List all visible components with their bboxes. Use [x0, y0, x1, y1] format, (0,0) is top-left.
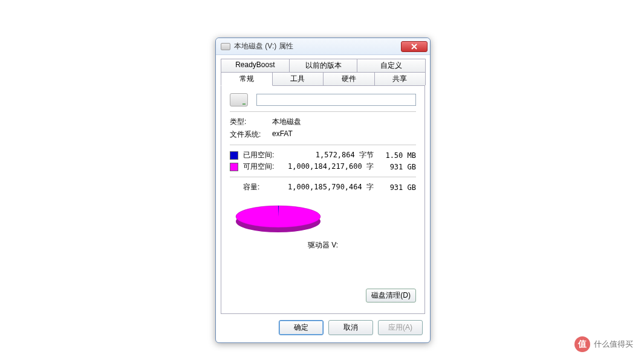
- capacity-label: 容量:: [243, 182, 285, 192]
- tab-row-2: 常规 工具 硬件 共享: [221, 72, 425, 85]
- ok-button[interactable]: 确定: [279, 320, 324, 335]
- properties-dialog: 本地磁盘 (V:) 属性 ReadyBoost 以前的版本 自定义 常规 工具 …: [215, 38, 431, 343]
- tab-content-general: 类型: 本地磁盘 文件系统: exFAT 已用空间: 1,572,864 字节 …: [221, 85, 425, 314]
- free-bytes: 1,000,184,217,600 字: [285, 162, 380, 172]
- close-button[interactable]: [401, 41, 428, 52]
- capacity-bytes: 1,000,185,790,464 字: [285, 182, 380, 192]
- watermark-badge-icon: 值: [574, 336, 590, 352]
- divider: [230, 111, 416, 112]
- drive-small-icon: [221, 43, 230, 50]
- tab-tools[interactable]: 工具: [272, 72, 324, 85]
- used-hr: 1.50 MB: [380, 151, 416, 160]
- divider: [230, 145, 416, 145]
- watermark: 值 什么值得买: [574, 336, 633, 352]
- window-title: 本地磁盘 (V:) 属性: [234, 41, 401, 51]
- free-label: 可用空间:: [243, 162, 285, 172]
- drive-name-input[interactable]: [256, 94, 416, 106]
- type-label: 类型:: [230, 117, 272, 127]
- filesystem-label: 文件系统:: [230, 129, 272, 140]
- type-value: 本地磁盘: [272, 117, 416, 127]
- tab-previous-versions[interactable]: 以前的版本: [289, 59, 358, 72]
- tab-hardware[interactable]: 硬件: [323, 72, 375, 85]
- tab-customize[interactable]: 自定义: [357, 59, 426, 72]
- free-swatch: [230, 163, 238, 171]
- usage-pie-chart: [230, 201, 327, 235]
- used-bytes: 1,572,864 字节: [285, 150, 380, 160]
- cancel-button[interactable]: 取消: [328, 320, 373, 335]
- divider: [230, 177, 416, 177]
- titlebar[interactable]: 本地磁盘 (V:) 属性: [216, 38, 430, 55]
- drive-icon: [230, 93, 248, 106]
- disk-cleanup-button[interactable]: 磁盘清理(D): [366, 289, 416, 302]
- tabs-area: ReadyBoost 以前的版本 自定义 常规 工具 硬件 共享 类型: 本地磁…: [216, 55, 430, 314]
- dialog-button-row: 确定 取消 应用(A): [216, 314, 430, 342]
- tab-readyboost[interactable]: ReadyBoost: [221, 59, 290, 72]
- capacity-hr: 931 GB: [380, 183, 416, 192]
- apply-button[interactable]: 应用(A): [378, 320, 423, 335]
- drive-label: 驱动器 V:: [230, 240, 416, 250]
- used-label: 已用空间:: [243, 150, 285, 160]
- tab-row-1: ReadyBoost 以前的版本 自定义: [221, 59, 425, 72]
- used-swatch: [230, 151, 238, 160]
- watermark-text: 什么值得买: [594, 339, 633, 350]
- free-hr: 931 GB: [380, 163, 416, 171]
- tab-sharing[interactable]: 共享: [374, 72, 426, 85]
- tab-general[interactable]: 常规: [221, 72, 273, 86]
- filesystem-value: exFAT: [272, 129, 416, 140]
